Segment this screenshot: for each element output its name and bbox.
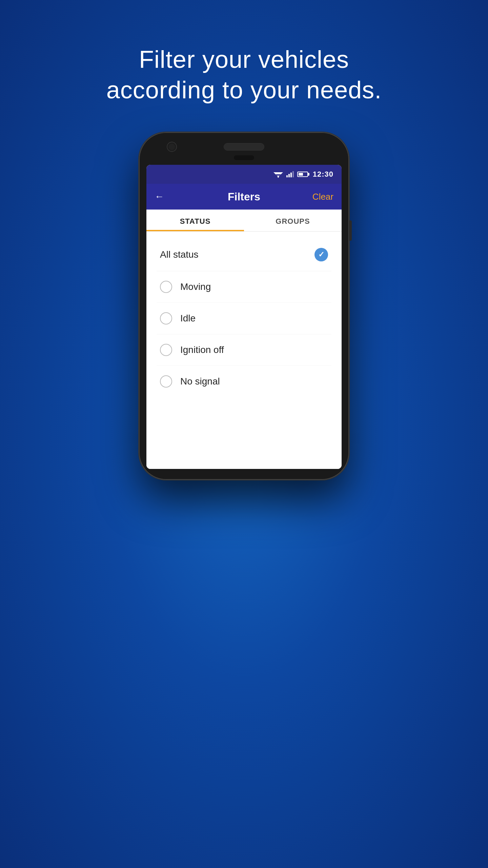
phone-device: 12:30 ← Filters Clear STATUS GROUPS All … (139, 132, 349, 480)
battery-icon (297, 172, 308, 177)
filter-option-all[interactable]: All status ✓ (157, 238, 331, 271)
phone-top-bar (146, 143, 342, 151)
wifi-icon (273, 171, 283, 178)
battery-fill (299, 173, 303, 176)
phone-earpiece (234, 155, 254, 160)
filter-label-all: All status (160, 249, 314, 260)
svg-rect-4 (286, 175, 288, 177)
filter-label-moving: Moving (180, 281, 328, 292)
filter-option-idle[interactable]: Idle (157, 303, 331, 334)
signal-icon (286, 171, 294, 177)
filter-option-no-signal[interactable]: No signal (157, 366, 331, 397)
app-bar: ← Filters Clear (146, 184, 342, 210)
radio-btn-moving (160, 281, 172, 293)
tab-status[interactable]: STATUS (146, 210, 244, 231)
filter-option-moving[interactable]: Moving (157, 271, 331, 303)
status-bar: 12:30 (146, 165, 342, 184)
filter-label-ignition-off: Ignition off (180, 344, 328, 355)
phone-camera (167, 142, 177, 152)
check-circle-all: ✓ (314, 248, 328, 261)
back-button[interactable]: ← (155, 192, 164, 201)
checkmark-icon: ✓ (318, 250, 324, 259)
filter-label-idle: Idle (180, 313, 328, 324)
headline-line1: Filter your vehicles (139, 46, 349, 73)
tabs-bar: STATUS GROUPS (146, 210, 342, 232)
phone-screen: 12:30 ← Filters Clear STATUS GROUPS All … (146, 165, 342, 469)
radio-btn-no-signal (160, 375, 172, 388)
phone-speaker (224, 143, 264, 151)
phone-volume-button (349, 220, 352, 241)
app-bar-title: Filters (228, 191, 260, 203)
tab-groups[interactable]: GROUPS (244, 210, 342, 231)
svg-rect-7 (292, 171, 294, 177)
filter-content: All status ✓ Moving Idle Ignition off (146, 232, 342, 469)
radio-btn-ignition-off (160, 344, 172, 356)
filter-label-no-signal: No signal (180, 376, 328, 387)
radio-btn-idle (160, 312, 172, 324)
svg-rect-6 (290, 173, 292, 177)
svg-point-3 (278, 176, 279, 178)
headline: Filter your vehicles according to your n… (106, 44, 382, 105)
clear-button[interactable]: Clear (312, 192, 333, 202)
headline-line2: according to your needs. (106, 76, 382, 103)
status-time: 12:30 (313, 170, 333, 179)
filter-option-ignition-off[interactable]: Ignition off (157, 334, 331, 366)
svg-rect-5 (288, 174, 290, 177)
status-icons (273, 171, 308, 178)
